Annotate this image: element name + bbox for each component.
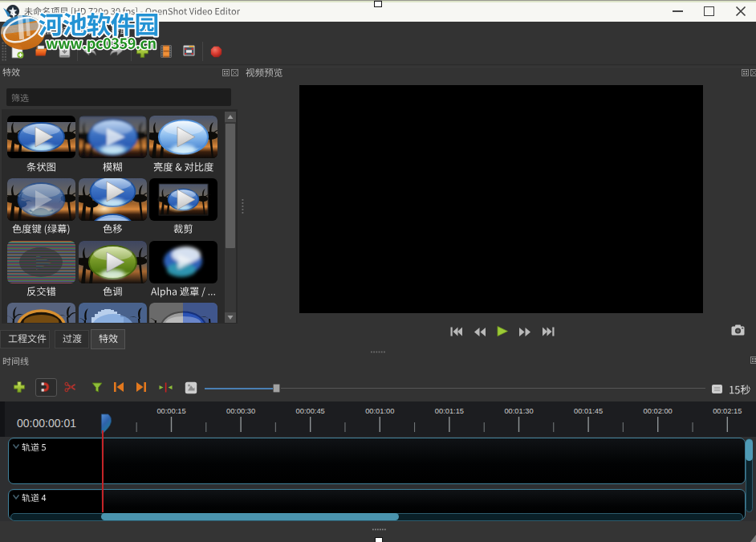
- svg-text:00:02:15: 00:02:15: [713, 407, 742, 415]
- svg-text:00:01:00: 00:01:00: [365, 407, 394, 415]
- svg-text:00:00:45: 00:00:45: [296, 407, 325, 415]
- svg-text:00:00:30: 00:00:30: [226, 407, 255, 415]
- svg-text:00:00:15: 00:00:15: [156, 407, 185, 415]
- svg-text:00:01:45: 00:01:45: [574, 407, 603, 415]
- svg-text:00:01:30: 00:01:30: [504, 407, 533, 415]
- svg-text:00:02:00: 00:02:00: [644, 407, 673, 415]
- svg-text:00:01:15: 00:01:15: [435, 407, 464, 415]
